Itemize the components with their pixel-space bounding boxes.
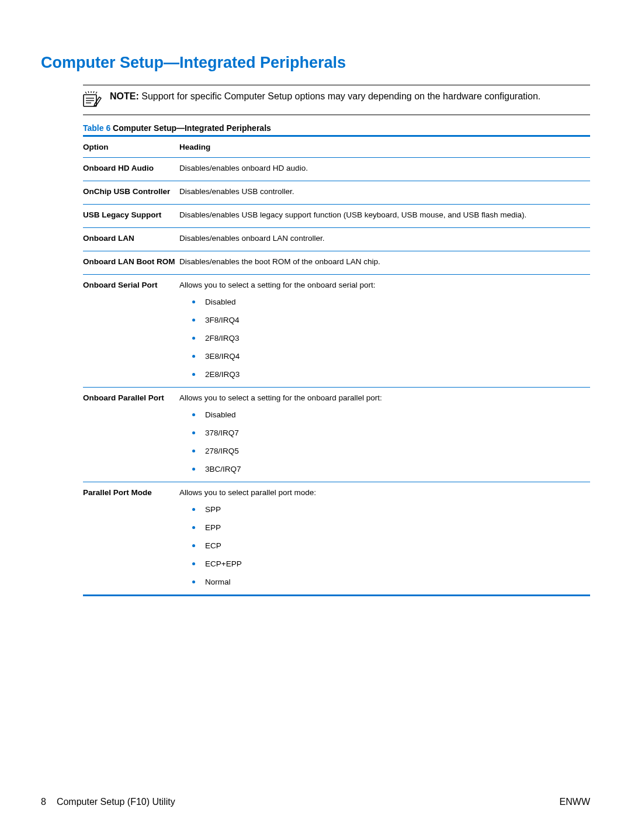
option-cell: Onboard Serial Port [83, 275, 179, 388]
page-footer: 8 Computer Setup (F10) Utility ENWW [41, 797, 590, 807]
heading-cell: Allows you to select a setting for the o… [179, 388, 590, 482]
table-row: Onboard HD AudioDisables/enables onboard… [83, 158, 590, 181]
list-item: Disabled [192, 298, 587, 306]
heading-cell: Allows you to select parallel port mode:… [179, 482, 590, 596]
heading-cell: Disables/enables USB controller. [179, 181, 590, 205]
list-item: EPP [192, 523, 587, 532]
description-text: Disables/enables the boot ROM of the onb… [179, 257, 587, 266]
list-item: 2F8/IRQ3 [192, 334, 587, 343]
table-row: OnChip USB ControllerDisables/enables US… [83, 181, 590, 205]
heading-cell: Disables/enables onboard HD audio. [179, 158, 590, 181]
list-item: 3BC/IRQ7 [192, 465, 587, 473]
table-row: Parallel Port ModeAllows you to select p… [83, 482, 590, 596]
table-row: USB Legacy SupportDisables/enables USB l… [83, 205, 590, 228]
option-cell: Onboard LAN [83, 228, 179, 251]
note-text: NOTE: Support for specific Computer Setu… [110, 90, 540, 103]
option-list: Disabled3F8/IRQ42F8/IRQ33E8/IRQ42E8/IRQ3 [192, 298, 587, 379]
option-cell: Onboard HD Audio [83, 158, 179, 181]
list-item: Disabled [192, 410, 587, 419]
table-row: Onboard Serial PortAllows you to select … [83, 275, 590, 388]
table-row: Onboard Parallel PortAllows you to selec… [83, 388, 590, 482]
list-item: 378/IRQ7 [192, 428, 587, 437]
description-text: Allows you to select a setting for the o… [179, 393, 587, 402]
list-item: Normal [192, 578, 587, 586]
list-item: SPP [192, 505, 587, 514]
description-text: Disables/enables onboard LAN controller. [179, 234, 587, 243]
heading-cell: Disables/enables USB legacy support func… [179, 205, 590, 228]
note-body: Support for specific Computer Setup opti… [141, 91, 540, 101]
option-cell: Parallel Port Mode [83, 482, 179, 596]
description-text: Disables/enables USB controller. [179, 187, 587, 196]
description-text: Allows you to select a setting for the o… [179, 281, 587, 289]
peripherals-table: Option Heading Onboard HD AudioDisables/… [83, 135, 590, 596]
heading-cell: Allows you to select a setting for the o… [179, 275, 590, 388]
footer-section: Computer Setup (F10) Utility [57, 797, 175, 807]
option-list: Disabled378/IRQ7278/IRQ53BC/IRQ7 [192, 410, 587, 473]
list-item: ECP [192, 541, 587, 550]
page-title: Computer Setup—Integrated Peripherals [41, 54, 590, 72]
option-cell: USB Legacy Support [83, 205, 179, 228]
table-caption: Table 6 Computer Setup—Integrated Periph… [83, 123, 590, 133]
list-item: 3F8/IRQ4 [192, 316, 587, 324]
option-list: SPPEPPECPECP+EPPNormal [192, 505, 587, 586]
option-cell: OnChip USB Controller [83, 181, 179, 205]
table-row: Onboard LANDisables/enables onboard LAN … [83, 228, 590, 251]
heading-cell: Disables/enables onboard LAN controller. [179, 228, 590, 251]
table-caption-prefix: Table 6 [83, 123, 110, 133]
note-block: NOTE: Support for specific Computer Setu… [83, 85, 590, 115]
list-item: 3E8/IRQ4 [192, 352, 587, 361]
page-number: 8 [41, 797, 46, 807]
table-caption-text: Computer Setup—Integrated Peripherals [110, 123, 271, 133]
note-label: NOTE: [110, 91, 139, 101]
footer-right: ENWW [560, 797, 590, 807]
col-heading: Heading [179, 136, 590, 158]
list-item: ECP+EPP [192, 559, 587, 568]
description-text: Allows you to select parallel port mode: [179, 488, 587, 497]
list-item: 278/IRQ5 [192, 447, 587, 455]
description-text: Disables/enables onboard HD audio. [179, 164, 587, 172]
list-item: 2E8/IRQ3 [192, 370, 587, 379]
option-cell: Onboard Parallel Port [83, 388, 179, 482]
table-row: Onboard LAN Boot ROMDisables/enables the… [83, 251, 590, 275]
description-text: Disables/enables USB legacy support func… [179, 210, 587, 219]
option-cell: Onboard LAN Boot ROM [83, 251, 179, 275]
col-option: Option [83, 136, 179, 158]
heading-cell: Disables/enables the boot ROM of the onb… [179, 251, 590, 275]
note-icon [83, 91, 102, 110]
